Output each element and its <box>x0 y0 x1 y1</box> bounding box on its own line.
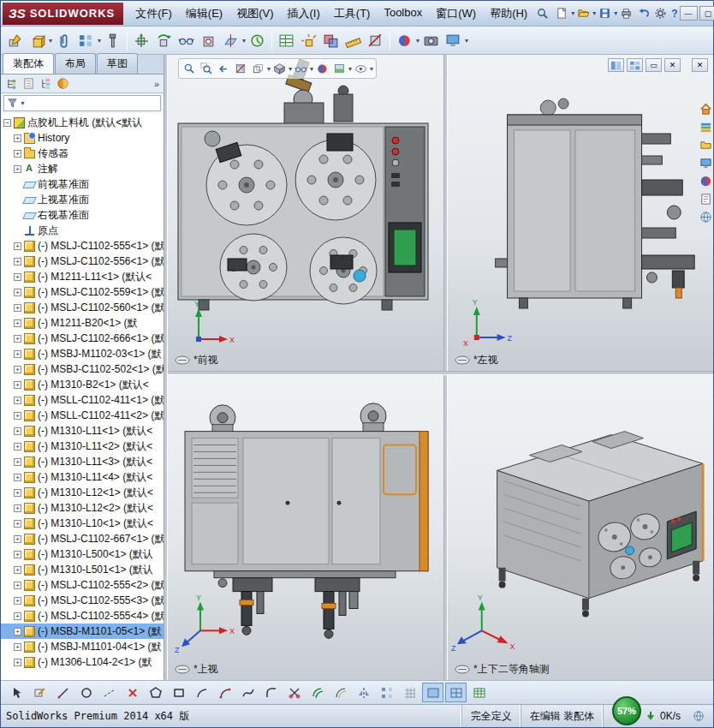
expander-icon[interactable]: + <box>14 551 21 558</box>
erase-tool-icon[interactable] <box>122 683 143 702</box>
menu-item[interactable]: 工具(T) <box>327 2 378 26</box>
expander-icon[interactable]: + <box>14 381 21 389</box>
options-gear-icon[interactable] <box>652 4 669 23</box>
panel-tab[interactable]: 布局 <box>55 53 96 74</box>
expander-icon[interactable]: + <box>14 458 21 466</box>
rectangle-tool-icon[interactable] <box>168 683 189 702</box>
minimize-button[interactable]: — <box>680 6 698 21</box>
viewport-canvas-top[interactable]: Y X Z <box>168 375 443 680</box>
tree-item[interactable]: + ⚠ (-) MSLJ-C1102-555<4> (默 <box>1 608 164 624</box>
caret-icon[interactable]: ▾ <box>592 9 596 17</box>
tree-item[interactable]: + ⚠ (-) MSBJ-M1102-03<1> (默 <box>1 346 164 361</box>
tree-item[interactable]: + ⚠ (-) MSLJ-C1102-559<1> (默 <box>1 284 164 300</box>
tree-item[interactable]: + ⚠ (-) M1310-L10<1> (默认< <box>1 516 164 531</box>
viewport-canvas-left[interactable]: Y Z X <box>448 55 713 371</box>
arc-tool-icon[interactable] <box>191 683 212 702</box>
grid-icon[interactable] <box>399 683 420 702</box>
tree-item[interactable]: + ⚠ (-) M1310-L11<3> (默认< <box>1 454 164 469</box>
mirror-entities-icon[interactable] <box>353 683 374 702</box>
tree-item[interactable]: + ⚠ (-) M1310-L11<1> (默认< <box>1 423 164 439</box>
expander-icon[interactable]: + <box>14 319 21 327</box>
linear-component-pattern-icon[interactable] <box>75 29 97 52</box>
caret-icon[interactable]: ▾ <box>310 65 313 73</box>
trim-tool-icon[interactable] <box>283 683 305 702</box>
tree-item[interactable]: + ⚠ 注解 <box>1 161 164 176</box>
exploded-view-icon[interactable] <box>298 29 319 52</box>
task-pane-file-explorer-icon[interactable] <box>699 139 712 152</box>
tree-item[interactable]: + ⚠ (-) MSLJ-C1102-555<1> (默 <box>1 238 164 254</box>
tree-item[interactable]: + ⚠ (-) MSBJ-M1101-05<1> (默 <box>1 624 164 639</box>
viewport-splitter-horizontal[interactable] <box>168 371 713 375</box>
sketch-table-icon[interactable] <box>468 683 490 702</box>
view-settings-icon[interactable] <box>353 60 369 77</box>
expander-icon[interactable]: + <box>14 504 21 512</box>
caret-icon[interactable]: ▾ <box>465 37 468 45</box>
tree-item[interactable]: + ⚠ (-) M1310-L12<1> (默认< <box>1 485 164 500</box>
caret-icon[interactable]: ▾ <box>348 65 352 73</box>
expander-icon[interactable]: + <box>14 535 21 543</box>
expander-icon[interactable]: + <box>14 289 21 296</box>
viewport-canvas-front[interactable]: Y X <box>168 55 443 371</box>
filter-caret-icon[interactable]: ▼ <box>20 100 26 106</box>
sketch-icon[interactable] <box>29 683 51 702</box>
select-tool-icon[interactable] <box>6 683 27 702</box>
tree-item[interactable]: + ⚠ (-) MSLL-C1102-411<2> (默 <box>1 408 164 423</box>
help-icon[interactable]: ? <box>669 4 679 23</box>
linear-sketch-pattern-icon[interactable] <box>376 683 397 702</box>
insert-components-icon[interactable] <box>27 29 48 52</box>
tree-item[interactable]: + ⚠ (-) M1310-L500<1> (默认 <box>1 546 164 562</box>
section-view-icon[interactable] <box>365 29 386 52</box>
task-pane-appearances-icon[interactable] <box>699 175 712 188</box>
close-pane-icon[interactable]: ✕ <box>664 58 681 72</box>
measure-icon[interactable] <box>342 29 364 52</box>
expander-icon[interactable]: + <box>14 134 21 142</box>
task-pane-custom-properties-icon[interactable] <box>699 193 712 206</box>
expander-icon[interactable]: + <box>14 427 21 435</box>
expander-icon[interactable]: + <box>14 242 21 250</box>
show-hidden-components-icon[interactable] <box>176 29 197 52</box>
tree-item[interactable]: + ⚠ (-) MSBJ-M1101-04<1> (默 <box>1 639 164 654</box>
feature-tree-tab-icon[interactable] <box>5 77 18 90</box>
task-pane-resources-icon[interactable] <box>699 103 712 116</box>
expander-icon[interactable]: + <box>14 520 21 528</box>
display-manager-tab-icon[interactable] <box>57 77 69 90</box>
save-icon[interactable] <box>597 4 613 23</box>
expander-icon[interactable]: + <box>14 566 21 574</box>
caret-icon[interactable]: ▾ <box>289 65 292 73</box>
menu-item[interactable]: 编辑(E) <box>179 2 229 26</box>
section-view-hud-icon[interactable] <box>233 60 249 77</box>
reference-geometry-icon[interactable] <box>220 29 241 52</box>
tree-item[interactable]: − ⚠ 点胶机上料机 (默认<默认 <box>1 115 164 130</box>
new-motion-study-icon[interactable] <box>247 29 268 52</box>
spline-tool-icon[interactable] <box>237 683 259 702</box>
mate-icon[interactable] <box>53 29 74 52</box>
maximize-button[interactable]: ▢ <box>699 6 714 21</box>
expander-icon[interactable]: − <box>3 119 11 127</box>
caret-icon[interactable]: ▾ <box>571 9 574 17</box>
expander-icon[interactable]: + <box>14 612 21 620</box>
display-style-icon[interactable] <box>271 60 288 77</box>
edit-component-icon[interactable] <box>4 29 26 52</box>
expander-icon[interactable]: + <box>14 397 21 404</box>
tree-item[interactable]: ⚠ 原点 <box>1 223 164 238</box>
expander-icon[interactable]: + <box>14 474 21 481</box>
single-viewport-icon[interactable] <box>422 683 443 702</box>
fillet-tool-icon[interactable] <box>260 683 282 702</box>
expander-icon[interactable]: + <box>14 366 21 373</box>
tree-item[interactable]: + ⚠ (-) MSLJ-C1102-666<1> (默 <box>1 331 164 346</box>
caret-icon[interactable]: ▾ <box>267 65 271 73</box>
assembly-features-icon[interactable] <box>198 29 219 52</box>
tree-item[interactable]: + ⚠ (-) MSLJ-C1102-667<1> (默 <box>1 531 164 546</box>
centerline-tool-icon[interactable] <box>98 683 120 702</box>
line-tool-icon[interactable] <box>52 683 74 702</box>
tree-filter-field[interactable]: ▼ <box>3 95 161 111</box>
tree-item[interactable]: + ⚠ (-) MSLJ-C1102-560<1> (默 <box>1 300 164 315</box>
task-pane-forum-icon[interactable] <box>699 211 712 224</box>
four-view-layout-icon[interactable] <box>627 58 643 72</box>
menu-item[interactable]: 帮助(H) <box>483 2 534 26</box>
undo-icon[interactable] <box>635 4 652 23</box>
tree-item[interactable]: + ⚠ (-) M1310-L501<1> (默认 <box>1 562 164 577</box>
expander-icon[interactable]: + <box>14 304 21 312</box>
tree-item[interactable]: ⚠ 上视基准面 <box>1 192 164 207</box>
tree-item[interactable]: + ⚠ (-) MSLL-C1102-411<1> (默 <box>1 392 164 408</box>
